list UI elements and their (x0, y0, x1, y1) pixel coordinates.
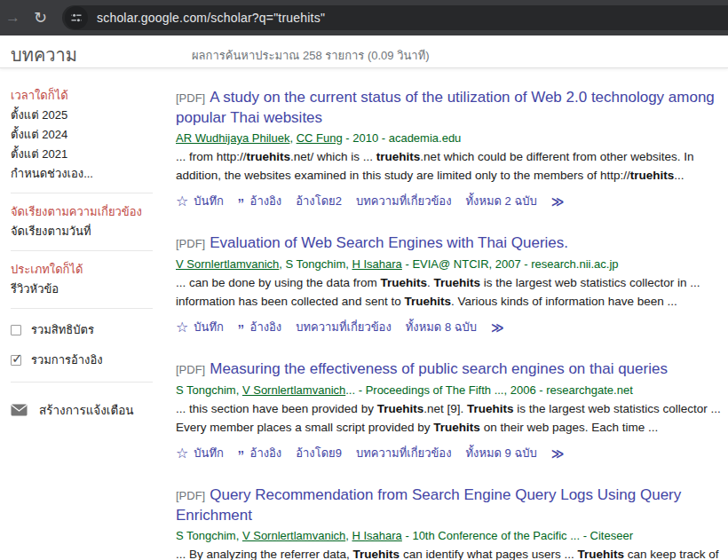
site-settings-icon[interactable] (65, 6, 88, 29)
star-icon: ☆ (176, 445, 188, 461)
cite-quote-icon: ” (238, 201, 245, 209)
action-label: บทความที่เกี่ยวข้อง (356, 444, 452, 462)
action-label: บันทึก (194, 192, 224, 210)
pdf-tag: [PDF] (176, 363, 205, 376)
filter-any-time[interactable]: เวลาใดก็ได้ (11, 89, 146, 102)
author-link[interactable]: V Sornlertlamvanich (242, 529, 345, 542)
save-button[interactable]: ☆บันทึก (176, 192, 224, 210)
action-label: อ้างอิง (250, 318, 282, 336)
save-button[interactable]: ☆บันทึก (176, 444, 224, 462)
action-label: ทั้งหมด 9 ฉบับ (466, 444, 537, 462)
sidebar-divider (11, 308, 153, 309)
all-versions-button[interactable]: ทั้งหมด 2 ฉบับ (466, 192, 537, 210)
result-byline: S Tongchim, V Sornlertlamvanich, H Isaha… (176, 529, 728, 542)
snippet-text: ... can be done by using the data from (176, 276, 380, 289)
forward-icon[interactable]: → (5, 9, 20, 27)
snippet-text: ... By analyzing the referrer data, (176, 548, 353, 560)
cited-by-button[interactable]: อ้างโดย9 (296, 444, 342, 462)
more-actions-button[interactable]: ≫ (551, 446, 565, 461)
author-link[interactable]: AR Wudhijaya Philuek (176, 131, 289, 145)
cited-by-button[interactable]: อ้างโดย2 (296, 192, 342, 210)
create-alert-label: สร้างการแจ้งเตือน (39, 400, 134, 420)
cite-button[interactable]: ”อ้างอิง (238, 318, 281, 336)
address-bar[interactable]: scholar.google.com/scholar?q="truehits" (62, 5, 728, 30)
action-label: บทความที่เกี่ยวข้อง (356, 192, 452, 210)
results-list: [PDF]A study on the current status of th… (176, 68, 728, 560)
author-link[interactable]: V Sornlertlamvanich (176, 257, 279, 271)
sidebar-divider (11, 250, 153, 251)
related-articles-button[interactable]: บทความที่เกี่ยวข้อง (356, 192, 452, 210)
sort-by-relevance[interactable]: จัดเรียงตามความเกี่ยวข้อง (11, 205, 146, 218)
search-result: [PDF]Query Recommendation from Search En… (176, 485, 728, 560)
result-actions: ☆บันทึก”อ้างอิงอ้างโดย2บทความที่เกี่ยวข้… (176, 192, 728, 210)
all-versions-button[interactable]: ทั้งหมด 9 ฉบับ (466, 444, 537, 462)
star-icon: ☆ (176, 193, 188, 209)
action-label: อ้างอิง (250, 192, 282, 210)
more-actions-button[interactable]: ≫ (491, 320, 504, 335)
action-label: อ้างโดย2 (296, 192, 342, 210)
snippet-text: Truehits (433, 421, 480, 434)
filter-since-2021[interactable]: ตั้งแต่ 2021 (11, 147, 146, 161)
result-byline: AR Wudhijaya Philuek, CC Fung - 2010 - a… (176, 131, 728, 145)
filter-since-2025[interactable]: ตั้งแต่ 2025 (11, 108, 146, 122)
filter-custom-range[interactable]: กำหนดช่วงเอง... (11, 167, 146, 180)
author-link[interactable]: H Isahara (352, 257, 401, 271)
filter-since-2024[interactable]: ตั้งแต่ 2024 (11, 128, 146, 141)
checkbox-label: รวมสิทธิบัตร (31, 320, 94, 339)
sort-by-date[interactable]: จัดเรียงตามวันที่ (11, 225, 146, 238)
search-result: [PDF]A study on the current status of th… (176, 88, 728, 210)
reload-icon[interactable]: ↻ (34, 8, 47, 28)
more-actions-button[interactable]: ≫ (551, 194, 565, 209)
result-title-link[interactable]: A study on the current status of the uti… (176, 89, 715, 126)
related-articles-button[interactable]: บทความที่เกี่ยวข้อง (296, 318, 392, 336)
byline-text: - 10th Conference of the Pacific ... - C… (402, 529, 633, 542)
result-title-link[interactable]: Query Recommendation from Search Engine … (176, 486, 681, 524)
snippet-text: .net [9]. (423, 402, 467, 415)
snippet-text: .net/ which is ... (290, 150, 376, 163)
author-link[interactable]: CC Fung (297, 131, 343, 145)
create-alert-button[interactable]: สร้างการแจ้งเตือน (11, 400, 167, 420)
byline-text: , (289, 131, 296, 145)
action-label: ทั้งหมด 8 ฉบับ (406, 318, 477, 336)
all-versions-button[interactable]: ทั้งหมด 8 ฉบับ (406, 318, 477, 336)
result-title-link[interactable]: Measuring the effectiveness of public se… (210, 360, 668, 377)
snippet-text: ... (674, 169, 684, 182)
cite-quote-icon: ” (238, 453, 245, 461)
result-title-link[interactable]: Evaluation of Web Search Engines with Th… (210, 234, 568, 251)
snippet-text: Truehits (433, 276, 480, 289)
checkbox-checked-icon: ✓ (11, 355, 21, 366)
filter-review-articles[interactable]: รีวิวหัวข้อ (11, 282, 146, 296)
byline-text: ... - Proceedings of The Fifth ..., 2006… (345, 383, 633, 397)
action-label: บันทึก (194, 444, 224, 462)
include-citations-checkbox[interactable]: ✓ รวมการอ้างอิง (11, 351, 167, 369)
result-title: [PDF]Query Recommendation from Search En… (176, 485, 728, 525)
action-label: บันทึก (194, 318, 224, 336)
author-link[interactable]: V Sornlertlamvanich (242, 383, 345, 397)
cite-button[interactable]: ”อ้างอิง (238, 444, 281, 462)
author-link[interactable]: H Isahara (352, 529, 401, 542)
result-byline: V Sornlertlamvanich, S Tongchim, H Isaha… (176, 257, 728, 271)
snippet-text: Truehits (577, 548, 624, 560)
tune-icon (70, 12, 83, 24)
result-title: [PDF]A study on the current status of th… (176, 88, 728, 128)
snippet-text: can identify what pages users ... (400, 548, 577, 560)
cite-button[interactable]: ”อ้างอิง (238, 192, 281, 210)
sidebar-divider (11, 382, 153, 383)
action-label: บทความที่เกี่ยวข้อง (296, 318, 392, 336)
snippet-text: truehits (376, 150, 421, 163)
browser-toolbar: → ↻ scholar.google.com/scholar?q="truehi… (0, 0, 728, 35)
save-button[interactable]: ☆บันทึก (176, 318, 224, 336)
include-patents-checkbox[interactable]: รวมสิทธิบัตร (11, 320, 167, 339)
star-icon: ☆ (176, 319, 188, 335)
related-articles-button[interactable]: บทความที่เกี่ยวข้อง (356, 444, 452, 462)
filter-any-type[interactable]: ประเภทใดก็ได้ (11, 263, 146, 276)
snippet-text: on their web pages. Each time ... (480, 421, 658, 434)
byline-text: S Tongchim, (176, 383, 242, 397)
sidebar-divider (11, 193, 153, 193)
cite-quote-icon: ” (238, 327, 245, 335)
result-title: [PDF]Evaluation of Web Search Engines wi… (176, 233, 728, 254)
checkbox-unchecked-icon (11, 325, 21, 335)
more-chevron-icon: ≫ (551, 446, 565, 461)
url-text: scholar.google.com/scholar?q="truehits" (97, 11, 325, 25)
snippet-text: Truehits (404, 295, 451, 308)
